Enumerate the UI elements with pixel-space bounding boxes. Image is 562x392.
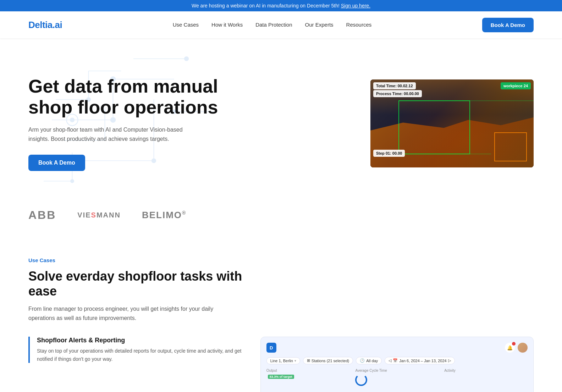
logo-abb: ABB [28,209,56,222]
logo[interactable]: Deltia.ai [28,20,62,31]
dash-metric-cycle: Average Cycle Time [355,369,439,386]
shopfloor-content: Shopfloor Alerts & Reporting Stay on top… [28,337,534,392]
chevron-down-icon: ▾ [294,359,296,363]
nav-book-demo-button[interactable]: Book A Demo [482,18,534,32]
video-step: Step 01: 00.00 [373,150,405,157]
use-cases-section: Use Cases Solve everday shopfloor tasks … [0,236,562,392]
shopfloor-left: Shopfloor Alerts & Reporting Stay on top… [28,337,246,371]
filter-stations[interactable]: ⊞ Stations (21 selected) [303,357,353,364]
filter-time[interactable]: 🕐 All day [356,357,382,364]
video-total-time: Total Time: 00.02.12 [373,82,416,89]
dash-metric-activity: Activity [444,369,528,386]
hero-book-demo-button[interactable]: Book A Demo [28,155,85,171]
dash-header: D 🔔 [266,343,528,353]
nav-resources[interactable]: Resources [346,22,372,28]
navbar: Deltia.ai Use Cases How it Works Data Pr… [0,11,562,38]
svg-point-18 [71,180,74,183]
nav-how-it-works[interactable]: How it Works [211,22,243,28]
use-cases-label: Use Cases [28,257,534,263]
cycle-time-spinner [355,374,367,386]
nav-our-experts[interactable]: Our Experts [305,22,334,28]
filter-date[interactable]: ◁ 📅 Jan 6, 2024 – Jan 13, 2024 ▷ [385,357,454,364]
svg-rect-23 [399,101,470,154]
shopfloor-card-title: Shopfloor Alerts & Reporting [37,337,246,344]
logos-section: ABB VIESMANN BELIMO® [0,201,562,236]
logo-belimo: BELIMO® [142,210,186,221]
dashboard-preview: D 🔔 Line 1, Berlin ▾ ⊞ Stations (21 sele… [260,337,534,392]
nav-data-protection[interactable]: Data Protection [255,22,292,28]
dash-filters: Line 1, Berlin ▾ ⊞ Stations (21 selected… [266,357,528,364]
nav-links: Use Cases How it Works Data Protection O… [173,22,372,28]
shopfloor-card: Shopfloor Alerts & Reporting Stay on top… [28,337,246,363]
output-badge: 83.3% of target [268,375,294,379]
filter-line[interactable]: Line 1, Berlin ▾ [266,357,300,364]
dash-avatar[interactable] [518,343,528,353]
hero-video[interactable]: Total Time: 00.02.12 Process Time: 00.00… [370,79,534,167]
notification-badge [512,342,516,346]
dash-metrics: Output 83.3% of target Average Cycle Tim… [266,369,528,386]
banner-link[interactable]: Sign up here. [341,3,370,9]
shopfloor-card-text: Stay on top of your operations with deta… [37,347,246,363]
svg-point-20 [184,57,189,61]
dash-icons: 🔔 [505,343,528,353]
dash-metric-output: Output 83.3% of target [266,369,350,386]
video-workpiece-label: workpiece 24 [501,82,531,89]
video-process-time: Process Time: 00.00.00 [373,90,422,97]
dash-logo: D [266,343,276,353]
dash-notification-icon[interactable]: 🔔 [505,343,515,353]
hero-section: Get data from manual shop floor operatio… [0,38,562,201]
hero-title: Get data from manual shop floor operatio… [28,76,234,118]
announcement-banner: We are hosting a webinar on AI in manufa… [0,0,562,11]
logo-viessmann: VIESMANN [77,211,121,219]
banner-text: We are hosting a webinar on AI in manufa… [192,3,340,9]
use-cases-title: Solve everday shopfloor tasks with ease [28,269,248,299]
hero-subtitle: Arm your shop-floor team with AI and Com… [28,125,192,143]
nav-use-cases[interactable]: Use Cases [173,22,199,28]
use-cases-subtitle: From line manager to process engineer, y… [28,304,241,322]
hero-content: Get data from manual shop floor operatio… [28,76,234,171]
logo-text: Deltia [28,20,53,30]
logo-suffix: .ai [53,20,62,30]
svg-rect-24 [495,133,527,161]
